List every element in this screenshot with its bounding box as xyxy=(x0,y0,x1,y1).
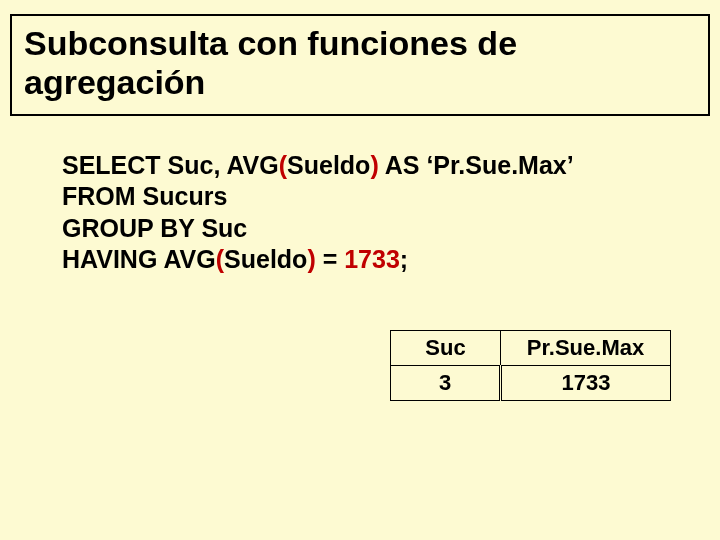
sql-text: ; xyxy=(400,245,408,273)
sql-line-1: SELECT Suc, AVG(Sueldo) AS ‘Pr.Sue.Max’ xyxy=(62,150,574,181)
sql-paren: ( xyxy=(279,151,287,179)
header-prsuemax: Pr.Sue.Max xyxy=(501,331,671,366)
sql-line-4: HAVING AVG(Sueldo) = 1733; xyxy=(62,244,574,275)
title-box: Subconsulta con funciones de agregación xyxy=(10,14,710,116)
sql-query: SELECT Suc, AVG(Sueldo) AS ‘Pr.Sue.Max’ … xyxy=(62,150,574,275)
sql-text: Sueldo xyxy=(224,245,307,273)
page-title: Subconsulta con funciones de agregación xyxy=(24,24,696,102)
cell-suc: 3 xyxy=(391,366,501,401)
sql-number: 1733 xyxy=(344,245,400,273)
sql-text: Sueldo xyxy=(287,151,370,179)
sql-text: AS ‘Pr.Sue.Max’ xyxy=(379,151,574,179)
sql-line-3: GROUP BY Suc xyxy=(62,213,574,244)
sql-paren: ( xyxy=(216,245,224,273)
sql-text: SELECT Suc, AVG xyxy=(62,151,279,179)
table-row: 3 1733 xyxy=(391,366,671,401)
sql-text: = xyxy=(316,245,345,273)
sql-paren: ) xyxy=(370,151,378,179)
result-table: Suc Pr.Sue.Max 3 1733 xyxy=(390,330,671,401)
sql-text: HAVING AVG xyxy=(62,245,216,273)
table-header-row: Suc Pr.Sue.Max xyxy=(391,331,671,366)
sql-paren: ) xyxy=(307,245,315,273)
cell-prsuemax: 1733 xyxy=(501,366,671,401)
sql-line-2: FROM Sucurs xyxy=(62,181,574,212)
header-suc: Suc xyxy=(391,331,501,366)
